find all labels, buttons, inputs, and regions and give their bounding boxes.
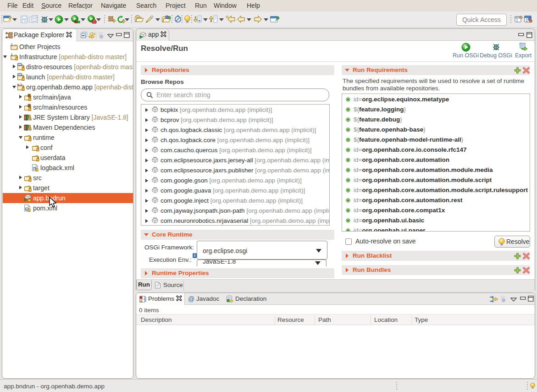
svg-text:J: J [20, 83, 22, 86]
svg-text:y: y [33, 167, 35, 171]
svg-text:M: M [17, 83, 20, 86]
svg-text:J: J [11, 43, 12, 47]
svg-text:J: J [11, 53, 12, 57]
svg-text:@: @ [188, 295, 194, 303]
